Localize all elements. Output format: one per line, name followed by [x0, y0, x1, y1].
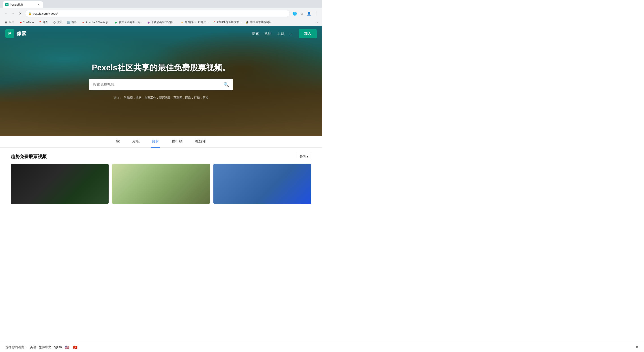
- header-nav: 探索 执照 上载 ··· 加入: [252, 29, 317, 38]
- bookmark-news[interactable]: ⬡ 资讯: [51, 20, 64, 25]
- lock-icon: 🔒: [28, 12, 32, 15]
- nav-buttons: ← → ✕: [3, 10, 23, 17]
- bookmark-translate[interactable]: 🔠 翻译: [65, 20, 78, 25]
- video-thumbnail-2: [112, 164, 210, 204]
- tab-favicon: P: [5, 3, 8, 6]
- csdn-icon: C: [213, 21, 216, 24]
- content-tabs: 家 发现 影片 排行榜 挑战性: [0, 136, 322, 147]
- nav-license[interactable]: 执照: [264, 31, 272, 36]
- bookmark-animation[interactable]: ◆ 下载动画制作软件,...: [145, 20, 177, 25]
- video-grid: [11, 164, 311, 204]
- bookmark-label: 翻译: [72, 20, 77, 24]
- apps-icon: ⊞: [4, 21, 8, 24]
- trend-filter-button[interactable]: 趋向 ▾: [297, 153, 311, 160]
- bookmark-csdn[interactable]: C CSDN-专业IT技术...: [211, 20, 243, 25]
- logo-letter: P: [8, 31, 12, 37]
- search-box: 🔍: [89, 79, 233, 90]
- search-button[interactable]: 🔍: [224, 82, 229, 87]
- suggestions-values: 乳腺癌，感恩，在家工作，新冠病毒，互联网，网络，打扫，更多: [124, 96, 208, 99]
- bookmark-label: CSDN-专业IT技术...: [217, 20, 241, 24]
- profile-icon: 👤: [307, 12, 311, 16]
- news-icon: ⬡: [52, 21, 56, 24]
- bookmark-youya[interactable]: ▶ 优芽互动电影 - 免...: [113, 20, 144, 25]
- maps-icon: 📍: [38, 21, 42, 24]
- hero-section: P 像素 探索 执照 上载 ··· 加入 Pexels社区共享的最佳免费股票视频…: [0, 26, 322, 136]
- bookmark-apps[interactable]: ⊞ 应用: [3, 20, 16, 25]
- profile-button[interactable]: 👤: [306, 10, 312, 17]
- chevron-down-icon: ▾: [307, 155, 308, 158]
- video-card-1[interactable]: [11, 164, 108, 204]
- tab-home[interactable]: 家: [115, 136, 121, 148]
- bookmark-label: 资讯: [57, 20, 62, 24]
- translate-bm-icon: 🔠: [67, 21, 70, 24]
- bookmark-label: YouTube: [23, 21, 34, 24]
- bookmark-label: 下载动画制作软件,...: [151, 20, 176, 24]
- search-input[interactable]: [93, 83, 221, 87]
- echarts-icon: ●: [81, 21, 85, 24]
- active-tab[interactable]: P Pexels视频 ✕: [3, 1, 43, 8]
- logo-text: 像素: [16, 30, 26, 37]
- ppt-icon: ✦: [180, 21, 184, 24]
- browser-action-icons: 🌐 ☆ 👤 ⋮: [292, 10, 319, 17]
- translate-button[interactable]: 🌐: [292, 10, 298, 17]
- youya-icon: ▶: [114, 21, 118, 24]
- tab-title: Pexels视频: [10, 3, 36, 7]
- suggestions-text: 建议： 乳腺癌，感恩，在家工作，新冠病毒，互联网，网络，打扫，更多: [114, 96, 208, 100]
- suggestions-label: 建议：: [114, 96, 122, 99]
- tab-discover[interactable]: 发现: [132, 136, 140, 148]
- bookmark-youtube[interactable]: ▶ YouTube: [17, 20, 36, 25]
- address-bar[interactable]: 🔒 pexels.com/videos/: [25, 10, 290, 17]
- video-thumbnail-1: [11, 164, 108, 204]
- back-button[interactable]: ←: [3, 10, 9, 17]
- menu-icon: ⋮: [314, 12, 318, 16]
- browser-toolbar: ← → ✕ 🔒 pexels.com/videos/ 🌐 ☆ 👤 ⋮: [0, 8, 322, 19]
- bookmark-label: 应用: [9, 20, 14, 24]
- browser-tabs-bar: P Pexels视频 ✕: [0, 0, 322, 8]
- tab-close-button[interactable]: ✕: [37, 3, 40, 7]
- bookmark-echarts[interactable]: ● Apache ECharts (i...: [80, 20, 112, 25]
- bookmarks-more[interactable]: »: [315, 20, 319, 25]
- bookmark-label: 中国美术学院&抖...: [250, 20, 273, 24]
- nav-explore[interactable]: 探索: [252, 31, 259, 36]
- tab-leaderboard[interactable]: 排行榜: [171, 136, 184, 148]
- logo[interactable]: P 像素: [5, 29, 26, 38]
- bookmark-label: Apache ECharts (i...: [86, 21, 110, 24]
- tab-videos[interactable]: 影片: [151, 136, 160, 148]
- logo-box: P: [5, 29, 14, 38]
- translate-icon: 🌐: [292, 12, 297, 16]
- join-button[interactable]: 加入: [299, 29, 317, 38]
- site-header: P 像素 探索 执照 上载 ··· 加入: [0, 26, 322, 41]
- forward-button[interactable]: →: [10, 10, 16, 17]
- video-card-3[interactable]: [214, 164, 311, 204]
- bookmark-label: 优芽互动电影 - 免...: [119, 20, 142, 24]
- youtube-icon: ▶: [19, 21, 22, 24]
- menu-button[interactable]: ⋮: [313, 10, 319, 17]
- bookmarks-bar: ⊞ 应用 ▶ YouTube 📍 地图 ⬡ 资讯 🔠 翻译 ● Apache E…: [0, 19, 322, 26]
- section-header: 趋势免费股票视频 趋向 ▾: [11, 153, 311, 160]
- bookmark-ppt[interactable]: ✦ 免费的PPT幻灯片...: [178, 20, 210, 25]
- header-more-button[interactable]: ···: [290, 31, 293, 36]
- bookmark-cafa[interactable]: 🎓 中国美术学院&抖...: [244, 20, 275, 25]
- trending-section: 趋势免费股票视频 趋向 ▾: [0, 147, 322, 204]
- page-content: P 像素 探索 执照 上载 ··· 加入 Pexels社区共享的最佳免费股票视频…: [0, 26, 322, 204]
- reload-button[interactable]: ✕: [17, 10, 23, 17]
- section-title: 趋势免费股票视频: [11, 153, 46, 160]
- hero-title: Pexels社区共享的最佳免费股票视频。: [92, 62, 230, 73]
- hero-content: Pexels社区共享的最佳免费股票视频。 🔍 建议： 乳腺癌，感恩，在家工作，新…: [0, 26, 322, 136]
- bookmark-label: 免费的PPT幻灯片...: [185, 20, 208, 24]
- video-thumbnail-3: [214, 164, 311, 204]
- tab-challenge[interactable]: 挑战性: [194, 136, 207, 148]
- bookmark-maps[interactable]: 📍 地图: [36, 20, 50, 25]
- nav-upload[interactable]: 上载: [277, 31, 284, 36]
- animation-icon: ◆: [147, 21, 150, 24]
- bookmark-label: 地图: [43, 20, 48, 24]
- video-card-2[interactable]: [112, 164, 210, 204]
- bookmark-icon: ☆: [300, 12, 304, 16]
- url-text: pexels.com/videos/: [33, 12, 287, 15]
- search-icon: 🔍: [224, 82, 229, 87]
- trend-button-label: 趋向: [300, 154, 306, 158]
- cafa-icon: 🎓: [246, 21, 249, 24]
- bookmark-button[interactable]: ☆: [299, 10, 305, 17]
